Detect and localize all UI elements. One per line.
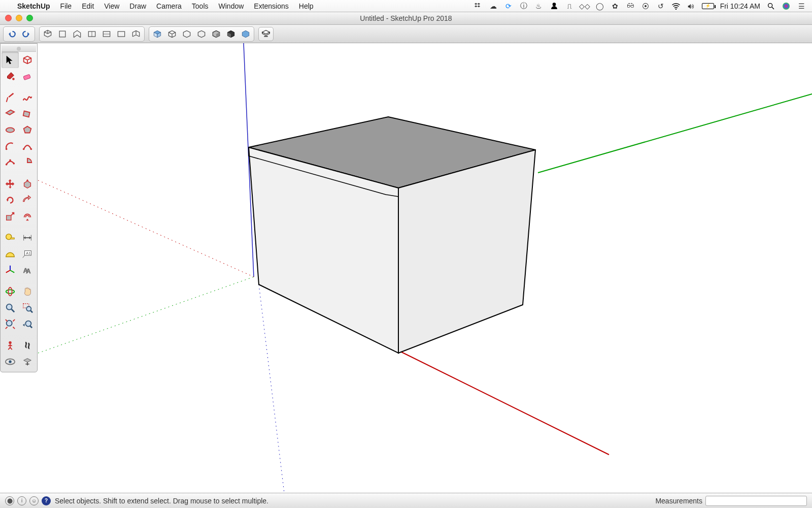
3pt-arc-tool[interactable] — [2, 154, 19, 171]
section-plane-tool[interactable] — [19, 354, 36, 370]
views-group — [39, 26, 145, 42]
close-icon[interactable] — [5, 15, 12, 21]
viewport-3d[interactable] — [0, 43, 812, 493]
front-view-button[interactable] — [72, 28, 83, 40]
record-icon[interactable]: ⦿ — [641, 2, 650, 11]
window-title: Untitled - SketchUp Pro 2018 — [360, 14, 452, 22]
diamond-icon[interactable]: ◇◇ — [580, 2, 589, 11]
tape-tool[interactable] — [2, 230, 19, 246]
help-icon[interactable]: ? — [42, 496, 51, 505]
menu-file[interactable]: File — [60, 2, 72, 10]
cube-model[interactable] — [249, 117, 535, 353]
zoom-tool[interactable] — [2, 300, 19, 316]
2pt-arc-tool[interactable] — [19, 138, 36, 154]
minimize-icon[interactable] — [16, 15, 22, 21]
polygon-tool[interactable] — [19, 122, 36, 138]
menu-help[interactable]: Help — [299, 2, 314, 10]
right-view-button[interactable] — [86, 28, 97, 40]
zoom-extents-tool[interactable] — [2, 316, 19, 332]
zoom-icon[interactable] — [26, 15, 33, 21]
walk-tool[interactable] — [19, 337, 36, 354]
back-view-button[interactable] — [101, 28, 112, 40]
menu-edit[interactable]: Edit — [82, 2, 94, 10]
previous-view-tool[interactable] — [19, 316, 36, 332]
sync-icon[interactable]: ⟳ — [504, 2, 513, 11]
follow-me-tool[interactable] — [19, 192, 36, 208]
line-tool[interactable] — [2, 89, 19, 106]
clock[interactable]: Fri 10:24 AM — [720, 2, 760, 10]
glasses-icon[interactable]: 👓︎ — [626, 2, 635, 11]
menu-draw[interactable]: Draw — [129, 2, 146, 10]
menu-view[interactable]: View — [104, 2, 119, 10]
battery-icon[interactable]: ⚡ — [702, 3, 714, 9]
geo-icon[interactable]: ⬤ — [5, 496, 14, 505]
toolbar-handle[interactable] — [2, 46, 36, 52]
orbit-tool[interactable] — [2, 283, 19, 300]
volume-icon[interactable]: 🔊︎ — [687, 2, 696, 11]
freehand-tool[interactable] — [19, 89, 36, 106]
offset-tool[interactable] — [19, 208, 36, 225]
axes-tool[interactable] — [2, 262, 19, 278]
style5-button[interactable] — [211, 28, 222, 40]
wifi-icon[interactable] — [671, 2, 681, 11]
menu-extensions[interactable]: Extensions — [254, 2, 288, 10]
user-icon[interactable] — [550, 2, 559, 11]
style7-button[interactable] — [240, 28, 251, 40]
position-camera-tool[interactable] — [2, 337, 19, 354]
menu-tools[interactable]: Tools — [192, 2, 209, 10]
move-tool[interactable] — [2, 176, 19, 192]
notification-icon[interactable]: ☰ — [797, 2, 806, 11]
rectangle-tool[interactable] — [2, 106, 19, 122]
left-view-button[interactable] — [116, 28, 127, 40]
cloud-icon[interactable]: ☁︎ — [489, 2, 498, 11]
bracket-icon[interactable]: ⎍ — [565, 2, 574, 11]
select-tool[interactable] — [2, 52, 19, 68]
app-name[interactable]: SketchUp — [17, 2, 50, 10]
credits-icon[interactable]: i — [17, 496, 26, 505]
protractor-tool[interactable] — [2, 246, 19, 262]
paint-bucket-tool[interactable] — [2, 68, 19, 84]
eraser-tool[interactable] — [19, 68, 36, 84]
3d-text-tool[interactable]: AA — [19, 262, 36, 278]
arc-tool[interactable] — [2, 138, 19, 154]
circle-tool[interactable] — [2, 122, 19, 138]
measurements-input[interactable] — [705, 496, 807, 506]
look-around-tool[interactable] — [2, 354, 19, 370]
circle-icon[interactable]: ◯ — [595, 2, 604, 11]
undo-button[interactable] — [6, 28, 17, 40]
zoom-window-tool[interactable] — [19, 300, 36, 316]
style6-button[interactable] — [225, 28, 236, 40]
siri-icon[interactable] — [782, 2, 791, 11]
rotate-tool[interactable] — [2, 192, 19, 208]
iso-view-button[interactable] — [42, 28, 53, 40]
make-component-tool[interactable] — [19, 52, 36, 68]
timemachine-icon[interactable]: ↺ — [656, 2, 665, 11]
style2-button[interactable] — [166, 28, 178, 40]
scale-tool[interactable] — [2, 208, 19, 225]
rotated-rect-tool[interactable] — [19, 106, 36, 122]
spotlight-icon[interactable] — [766, 2, 775, 11]
menu-camera[interactable]: Camera — [156, 2, 182, 10]
pan-tool[interactable] — [19, 283, 36, 300]
svg-point-45 — [26, 306, 31, 311]
push-pull-tool[interactable] — [19, 176, 36, 192]
window-titlebar: Untitled - SketchUp Pro 2018 — [0, 12, 812, 25]
redo-button[interactable] — [21, 28, 32, 40]
style3-button[interactable] — [181, 28, 192, 40]
style4-button[interactable] — [196, 28, 207, 40]
pie-tool[interactable] — [19, 154, 36, 171]
dimension-tool[interactable] — [19, 230, 36, 246]
instructor-button[interactable] — [258, 27, 274, 41]
dropbox-icon[interactable] — [473, 2, 483, 11]
profile-icon[interactable]: ☺ — [29, 496, 39, 505]
svg-point-16 — [12, 78, 15, 80]
flame-icon[interactable]: ♨ — [534, 2, 544, 11]
top-view-button[interactable] — [57, 28, 68, 40]
text-tool[interactable]: A1 — [19, 246, 36, 262]
evernote-icon[interactable]: ✿ — [611, 2, 620, 11]
info-icon[interactable]: ⓘ — [519, 2, 528, 11]
style1-button[interactable] — [152, 28, 163, 40]
persp-view-button[interactable] — [130, 28, 142, 40]
menu-window[interactable]: Window — [219, 2, 244, 10]
svg-point-23 — [6, 164, 8, 166]
